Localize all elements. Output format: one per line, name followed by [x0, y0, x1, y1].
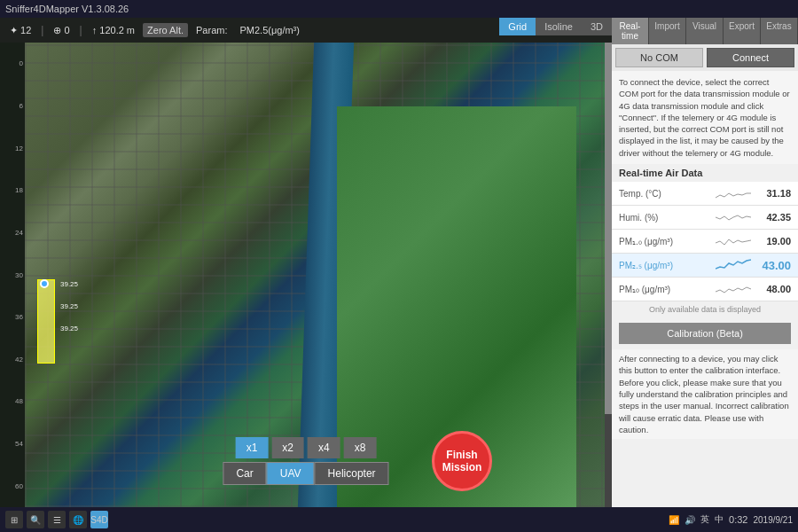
humi-row: Humi. (%) 42.35	[612, 206, 798, 230]
crosshair-count: ⊕ 0	[49, 23, 74, 38]
vehicle-buttons: Car UAV Helicopter	[223, 462, 388, 485]
pm25-label: PM2.5(μg/m³)	[235, 23, 303, 37]
pm1-row: PM₁.₀ (μg/m³) 19.00	[612, 230, 798, 254]
taskbar-start[interactable]: ⊞	[5, 511, 23, 528]
taskbar-network-icon: 📶	[669, 515, 679, 525]
temp-sparkline	[716, 184, 751, 202]
humi-sparkline	[716, 208, 751, 226]
vehicle-helicopter[interactable]: Helicopter	[315, 462, 389, 485]
taskbar: ⊞ 🔍 ☰ 🌐 S4D 📶 🔊 英 中 0:32 2019/9/21	[0, 507, 798, 532]
title-bar: Sniffer4DMapper V1.3.08.26	[0, 0, 798, 18]
param-label: Param:	[192, 23, 231, 37]
taskbar-search[interactable]: 🔍	[27, 511, 44, 528]
pm1-sparkline	[716, 232, 751, 250]
calibration-description: After connecting to a device, you may cl…	[612, 349, 798, 439]
app: Sniffer4DMapper V1.3.08.26 ✦ 12 | ⊕ 0 | …	[0, 0, 798, 532]
altitude-display: ↑ 120.2 m	[88, 23, 139, 37]
ruler-mark-6: 6	[20, 85, 23, 128]
pm25-sparkline	[716, 256, 751, 274]
measure-label-top: 39.25	[60, 280, 78, 288]
pm25-data-label: PM₂.₅ (μg/m³)	[619, 261, 716, 270]
pm10-sparkline	[716, 280, 751, 298]
ruler-mark-60: 60	[15, 465, 23, 507]
speed-x8[interactable]: x8	[344, 437, 377, 458]
temp-row: Temp. (°C) 31.18	[612, 182, 798, 206]
speed-x4[interactable]: x4	[308, 437, 340, 458]
speed-x1[interactable]: x1	[236, 437, 269, 458]
calibration-button[interactable]: Calibration (Beta)	[619, 323, 791, 344]
taskbar-date: 2019/9/21	[754, 515, 794, 525]
tab-visual[interactable]: Visual	[686, 18, 724, 44]
pm25-value: 43.00	[751, 259, 791, 272]
taskbar-s4d[interactable]: S4D	[90, 511, 108, 528]
taskbar-right: 📶 🔊 英 中 0:32 2019/9/21	[669, 513, 793, 526]
vertical-ruler: 0 6 12 18 24 30 36 42 48 54 60	[0, 43, 25, 507]
ruler-mark-30: 30	[15, 254, 23, 296]
ruler-mark-48: 48	[15, 380, 23, 423]
only-available-notice: Only available data is displayed	[612, 301, 798, 317]
measure-label-mid: 39.25	[60, 302, 78, 310]
tab-export[interactable]: Export	[724, 18, 761, 44]
tab-import[interactable]: Import	[649, 18, 686, 44]
taskbar-lang2: 中	[715, 513, 724, 526]
measurement-box: 39.25 39.25 39.25	[37, 279, 55, 364]
ruler-mark-12: 12	[15, 127, 23, 169]
vehicle-car[interactable]: Car	[223, 462, 266, 485]
humi-value: 42.35	[751, 212, 791, 223]
right-panel: Real-time Import Visual Export Extras No…	[612, 18, 798, 507]
tab-isoline[interactable]: Isoline	[536, 18, 582, 35]
map-toolbar: ✦ 12 | ⊕ 0 | ↑ 120.2 m Zero Alt. Param: …	[0, 18, 612, 43]
ruler-mark-54: 54	[15, 423, 23, 466]
main-content: ✦ 12 | ⊕ 0 | ↑ 120.2 m Zero Alt. Param: …	[0, 18, 798, 507]
map-area[interactable]: ✦ 12 | ⊕ 0 | ↑ 120.2 m Zero Alt. Param: …	[0, 18, 612, 507]
taskbar-time: 0:32	[729, 514, 747, 525]
speed-x2[interactable]: x2	[271, 437, 304, 458]
pm1-value: 19.00	[751, 236, 791, 246]
pm10-value: 48.00	[751, 284, 791, 294]
panel-tabs: Real-time Import Visual Export Extras	[612, 18, 798, 44]
taskbar-browser[interactable]: 🌐	[69, 511, 87, 528]
taskbar-lang[interactable]: 英	[700, 513, 709, 526]
measure-label-bot: 39.25	[60, 325, 78, 332]
connect-description: To connect the device, select the correc…	[612, 71, 798, 164]
scrollbar-thumb[interactable]	[605, 43, 612, 414]
pm25-row: PM₂.₅ (μg/m³) 43.00	[612, 254, 798, 278]
taskbar-view[interactable]: ☰	[48, 511, 66, 528]
tab-realtime[interactable]: Real-time	[612, 18, 649, 44]
zoom-level: ✦ 12	[5, 23, 35, 38]
pm1-label: PM₁.₀ (μg/m³)	[619, 237, 716, 246]
taskbar-volume-icon: 🔊	[685, 515, 695, 525]
ruler-mark-18: 18	[15, 169, 23, 212]
finish-mission-label: FinishMission	[442, 449, 482, 474]
app-title: Sniffer4DMapper V1.3.08.26	[5, 4, 129, 14]
no-com-button[interactable]: No COM	[615, 48, 703, 67]
vehicle-uav[interactable]: UAV	[267, 462, 315, 485]
speed-buttons: x1 x2 x4 x8	[236, 437, 377, 458]
realtime-title: Real-time Air Data	[612, 164, 798, 182]
tab-extras[interactable]: Extras	[761, 18, 798, 44]
temp-label: Temp. (°C)	[619, 189, 716, 199]
map-tabs: Grid Isoline 3D	[499, 18, 612, 35]
tab-grid[interactable]: Grid	[499, 18, 536, 35]
connect-button[interactable]: Connect	[707, 48, 794, 67]
ruler-mark-0: 0	[20, 43, 23, 85]
temp-value: 31.18	[751, 188, 791, 199]
uav-position	[40, 279, 49, 288]
com-section: No COM Connect	[612, 44, 798, 71]
ruler-mark-36: 36	[15, 296, 23, 339]
ruler-mark-24: 24	[15, 212, 23, 254]
pm10-label: PM₁₀ (μg/m³)	[619, 285, 716, 294]
pm10-row: PM₁₀ (μg/m³) 48.00	[612, 278, 798, 301]
humi-label: Humi. (%)	[619, 213, 716, 223]
ruler-mark-42: 42	[15, 338, 23, 380]
zero-alt-btn[interactable]: Zero Alt.	[143, 23, 188, 37]
tab-3d[interactable]: 3D	[582, 18, 612, 35]
finish-mission-button[interactable]: FinishMission	[432, 431, 492, 491]
map-scrollbar[interactable]	[605, 43, 612, 507]
